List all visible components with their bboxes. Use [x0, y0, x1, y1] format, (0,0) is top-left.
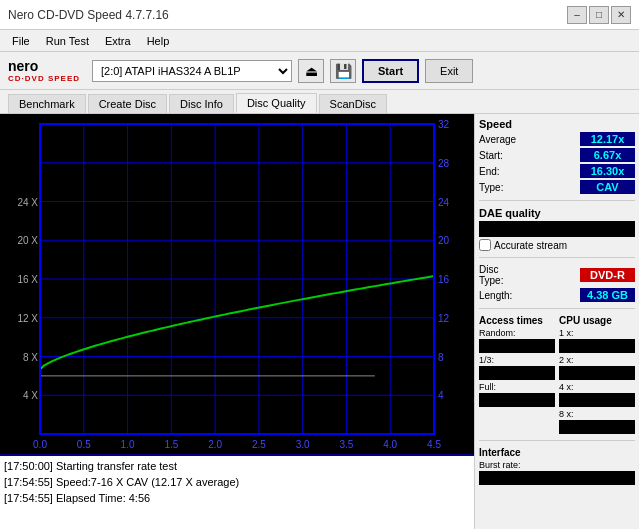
drive-selector[interactable]: [2:0] ATAPI iHAS324 A BL1P [92, 60, 292, 82]
cpu-2x-label: 2 x: [559, 355, 635, 365]
log-line-2: [17:54:55] Speed:7-16 X CAV (12.17 X ave… [4, 474, 470, 490]
cpu-8x-value [559, 420, 635, 434]
nero-logo: nero CD·DVD SPEED [8, 58, 80, 83]
one-third-value [479, 366, 555, 380]
menu-extra[interactable]: Extra [97, 33, 139, 49]
tab-disc-info[interactable]: Disc Info [169, 94, 234, 113]
eject-icon-button[interactable]: ⏏ [298, 59, 324, 83]
full-label: Full: [479, 382, 555, 392]
divider-4 [479, 440, 635, 441]
tab-benchmark[interactable]: Benchmark [8, 94, 86, 113]
menu-run-test[interactable]: Run Test [38, 33, 97, 49]
cpu-1x-label: 1 x: [559, 328, 635, 338]
length-label: Length: [479, 290, 519, 301]
access-title: Access times [479, 315, 555, 326]
cpu-1x-value [559, 339, 635, 353]
divider-2 [479, 257, 635, 258]
chart-canvas-wrap [0, 114, 474, 454]
burst-label: Burst rate: [479, 460, 635, 470]
cpu-2x-value [559, 366, 635, 380]
end-label: End: [479, 166, 519, 177]
end-value: 16.30x [580, 164, 635, 178]
length-value: 4.38 GB [580, 288, 635, 302]
speed-chart [0, 114, 474, 454]
burst-rate-row: Burst rate: [479, 460, 635, 485]
close-button[interactable]: ✕ [611, 6, 631, 24]
start-button[interactable]: Start [362, 59, 419, 83]
cpu-usage-section: CPU usage 1 x: 2 x: 4 x: 8 x: [559, 315, 635, 434]
cpu-4x-row: 4 x: [559, 382, 635, 407]
chart-area: [17:50:00] Starting transfer rate test [… [0, 114, 474, 529]
cpu-8x-row: 8 x: [559, 409, 635, 434]
tab-create-disc[interactable]: Create Disc [88, 94, 167, 113]
log-line-3: [17:54:55] Elapsed Time: 4:56 [4, 490, 470, 506]
speed-end-row: End: 16.30x [479, 164, 635, 178]
random-row: Random: [479, 328, 555, 353]
menu-file[interactable]: File [4, 33, 38, 49]
random-value [479, 339, 555, 353]
average-label: Average [479, 134, 519, 145]
one-third-label: 1/3: [479, 355, 555, 365]
tab-disc-quality[interactable]: Disc Quality [236, 93, 317, 113]
disc-length-row: Length: 4.38 GB [479, 288, 635, 302]
minimize-button[interactable]: – [567, 6, 587, 24]
accurate-stream-row: Accurate stream [479, 239, 635, 251]
random-label: Random: [479, 328, 555, 338]
log-line-1: [17:50:00] Starting transfer rate test [4, 458, 470, 474]
burst-value [479, 471, 635, 485]
dae-section: DAE quality Accurate stream [479, 207, 635, 251]
disc-type-label: DiscType: [479, 264, 519, 286]
access-cpu-section: Access times Random: 1/3: Full: CPU usag… [479, 315, 635, 434]
speed-title: Speed [479, 118, 635, 130]
app-title: Nero CD-DVD Speed 4.7.7.16 [8, 8, 169, 22]
one-third-row: 1/3: [479, 355, 555, 380]
toolbar: nero CD·DVD SPEED [2:0] ATAPI iHAS324 A … [0, 52, 639, 90]
tab-scan-disc[interactable]: ScanDisc [319, 94, 387, 113]
access-times-section: Access times Random: 1/3: Full: [479, 315, 555, 434]
interface-section: Interface Burst rate: [479, 447, 635, 485]
disc-type-value: DVD-R [580, 268, 635, 282]
full-row: Full: [479, 382, 555, 407]
stream-label: stream [536, 240, 567, 251]
nero-logo-text: nero [8, 58, 38, 74]
start-label: Start: [479, 150, 519, 161]
start-value: 6.67x [580, 148, 635, 162]
divider-1 [479, 200, 635, 201]
dae-title: DAE quality [479, 207, 635, 219]
average-value: 12.17x [580, 132, 635, 146]
right-panel: Speed Average 12.17x Start: 6.67x End: 1… [474, 114, 639, 529]
cpu-8x-label: 8 x: [559, 409, 635, 419]
cpu-1x-row: 1 x: [559, 328, 635, 353]
titlebar: Nero CD-DVD Speed 4.7.7.16 – □ ✕ [0, 0, 639, 30]
menubar: File Run Test Extra Help [0, 30, 639, 52]
dae-value [479, 221, 635, 237]
save-icon-button[interactable]: 💾 [330, 59, 356, 83]
speed-type-row: Type: CAV [479, 180, 635, 194]
log-area: [17:50:00] Starting transfer rate test [… [0, 454, 474, 529]
menu-help[interactable]: Help [139, 33, 178, 49]
accurate-stream-checkbox[interactable] [479, 239, 491, 251]
divider-3 [479, 308, 635, 309]
speed-average-row: Average 12.17x [479, 132, 635, 146]
speed-section: Speed Average 12.17x Start: 6.67x End: 1… [479, 118, 635, 194]
cpu-4x-value [559, 393, 635, 407]
exit-button[interactable]: Exit [425, 59, 473, 83]
cpu-title: CPU usage [559, 315, 635, 326]
main-content: [17:50:00] Starting transfer rate test [… [0, 114, 639, 529]
speed-start-row: Start: 6.67x [479, 148, 635, 162]
window-controls: – □ ✕ [567, 6, 631, 24]
accurate-label: Accurate [494, 240, 533, 251]
full-value [479, 393, 555, 407]
maximize-button[interactable]: □ [589, 6, 609, 24]
nero-logo-sub: CD·DVD SPEED [8, 74, 80, 83]
type-value: CAV [580, 180, 635, 194]
disc-type-row: DiscType: DVD-R [479, 264, 635, 286]
disc-section: DiscType: DVD-R Length: 4.38 GB [479, 264, 635, 302]
type-label: Type: [479, 182, 519, 193]
interface-title: Interface [479, 447, 635, 458]
tabs-bar: Benchmark Create Disc Disc Info Disc Qua… [0, 90, 639, 114]
cpu-2x-row: 2 x: [559, 355, 635, 380]
cpu-4x-label: 4 x: [559, 382, 635, 392]
